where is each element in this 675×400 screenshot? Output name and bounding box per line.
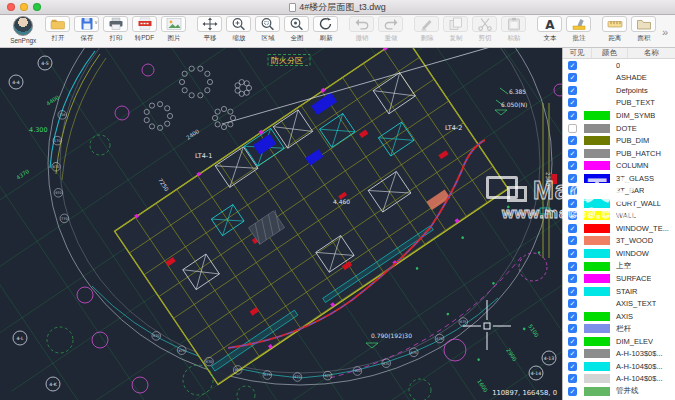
toolbar-refresh-button[interactable]: 刷新: [311, 16, 340, 42]
user-account[interactable]: SenPngx: [3, 16, 43, 45]
region-icon[interactable]: [255, 16, 280, 32]
toolbar-text-button[interactable]: A文本: [535, 16, 564, 42]
toolbar-print-button[interactable]: 打印: [101, 16, 130, 42]
layer-row[interactable]: ✓WALL: [563, 210, 675, 223]
layer-row[interactable]: ✓AXIS_TEXT: [563, 297, 675, 310]
layer-visibility-checkbox[interactable]: ✓: [568, 236, 577, 245]
layer-row[interactable]: ✓SURFACE: [563, 272, 675, 285]
toolbar-copy-label: 复制: [449, 33, 462, 41]
layer-row[interactable]: ✓管井线: [563, 385, 675, 398]
toolbar-area-label: 面积: [637, 33, 650, 41]
image-icon[interactable]: [161, 16, 186, 32]
layer-visibility-checkbox[interactable]: ✓: [568, 374, 577, 383]
text-icon[interactable]: A: [537, 16, 562, 32]
layer-row[interactable]: ✓DIM_SYMB: [563, 109, 675, 122]
layer-row[interactable]: ✓A-H-104$0$...: [563, 360, 675, 373]
layer-visibility-checkbox[interactable]: ✓: [568, 98, 577, 107]
toolbar-pan-button[interactable]: 平移: [195, 16, 224, 42]
layer-visibility-checkbox[interactable]: ✓: [568, 199, 577, 208]
layer-row[interactable]: ✓0: [563, 59, 675, 72]
toolbar-open-button[interactable]: 打开: [43, 16, 72, 42]
annotate-icon[interactable]: [566, 16, 591, 32]
layer-row[interactable]: ✓3T_BAR: [563, 184, 675, 197]
refresh-icon[interactable]: [313, 16, 338, 32]
layer-name: A-H-103$0$...: [616, 349, 663, 358]
layer-row[interactable]: ✓上空: [563, 260, 675, 273]
drawing-canvas[interactable]: 6756706756709006756706759006706756707709…: [0, 48, 562, 400]
layer-visibility-checkbox[interactable]: ✓: [568, 387, 577, 396]
user-avatar[interactable]: [13, 16, 33, 36]
layer-row[interactable]: ✓PUB_TEXT: [563, 97, 675, 110]
area-icon[interactable]: [631, 16, 656, 32]
toolbar-save-button[interactable]: ∨保存: [72, 16, 101, 42]
close-button[interactable]: [7, 3, 15, 11]
toolbar-distance-button[interactable]: 距离: [600, 16, 629, 42]
layer-visibility-checkbox[interactable]: ✓: [568, 186, 577, 195]
layer-row[interactable]: ✓PUB_HATCH: [563, 147, 675, 160]
layer-row[interactable]: ✓DIM_ELEV: [563, 335, 675, 348]
layer-visibility-checkbox[interactable]: ✓: [568, 161, 577, 170]
toolbar-overflow-chevron[interactable]: »: [658, 26, 672, 38]
toolbar-pdf-button[interactable]: 转PDF: [130, 16, 159, 42]
layer-visibility-checkbox[interactable]: ✓: [568, 287, 577, 296]
layer-row[interactable]: ✓ASHADE: [563, 72, 675, 85]
toolbar-image-label: 图片: [167, 33, 180, 41]
layer-row[interactable]: ✓A-H-103$0$...: [563, 348, 675, 361]
layer-visibility-checkbox[interactable]: ✓: [568, 312, 577, 321]
layer-visibility-checkbox[interactable]: ✓: [568, 174, 577, 183]
layer-row[interactable]: ✓PUB_DIM: [563, 134, 675, 147]
layer-row[interactable]: ✓WINDOW_TE...: [563, 222, 675, 235]
layer-visibility-checkbox[interactable]: [568, 124, 577, 133]
layer-row[interactable]: ✓栏杆: [563, 322, 675, 335]
layer-row[interactable]: ✓COLUMN: [563, 159, 675, 172]
layer-row[interactable]: ✓3T_GLASS: [563, 172, 675, 185]
toolbar-annotate-button[interactable]: 批注: [564, 16, 593, 42]
layer-visibility-checkbox[interactable]: ✓: [568, 136, 577, 145]
pan-icon[interactable]: [197, 16, 222, 32]
layer-visibility-checkbox[interactable]: ✓: [568, 337, 577, 346]
layer-row[interactable]: ✓AXIS: [563, 310, 675, 323]
layer-visibility-checkbox[interactable]: ✓: [568, 211, 577, 220]
print-icon[interactable]: [103, 16, 128, 32]
layer-row[interactable]: ✓STAIR: [563, 285, 675, 298]
layer-row[interactable]: ✓A-H-104$0$...: [563, 373, 675, 386]
layer-color-swatch: [584, 98, 610, 107]
layer-visibility-checkbox[interactable]: ✓: [568, 73, 577, 82]
paste-icon: [501, 16, 526, 32]
layer-visibility-checkbox[interactable]: ✓: [568, 149, 577, 158]
layer-visibility-checkbox[interactable]: ✓: [568, 262, 577, 271]
layer-row[interactable]: ✓CURT_WALL: [563, 197, 675, 210]
save-icon[interactable]: ∨: [74, 16, 99, 32]
toolbar-area-button[interactable]: 面积: [629, 16, 658, 42]
layer-row[interactable]: ✓3T_WOOD: [563, 235, 675, 248]
layer-row[interactable]: ✓Defpoints: [563, 84, 675, 97]
layer-color-swatch: [584, 299, 610, 308]
layer-visibility-checkbox[interactable]: ✓: [568, 349, 577, 358]
layer-color-swatch: [584, 374, 610, 383]
minimize-button[interactable]: [20, 3, 28, 11]
layer-visibility-checkbox[interactable]: ✓: [568, 362, 577, 371]
toolbar-full-button[interactable]: 全图: [282, 16, 311, 42]
layer-visibility-checkbox[interactable]: ✓: [568, 324, 577, 333]
pdf-icon[interactable]: [132, 16, 157, 32]
full-icon[interactable]: [284, 16, 309, 32]
toolbar-image-button[interactable]: 图片: [159, 16, 188, 42]
layer-visibility-checkbox[interactable]: ✓: [568, 86, 577, 95]
layer-row[interactable]: DOTE: [563, 122, 675, 135]
layer-name: DIM_SYMB: [616, 111, 655, 120]
open-icon[interactable]: [45, 16, 70, 32]
layer-visibility-checkbox[interactable]: ✓: [568, 61, 577, 70]
toolbar-text-label: 文本: [543, 33, 556, 41]
zoom-icon[interactable]: [226, 16, 251, 32]
layer-name: SURFACE: [616, 274, 651, 283]
layer-visibility-checkbox[interactable]: ✓: [568, 274, 577, 283]
distance-icon[interactable]: [602, 16, 627, 32]
layer-row[interactable]: ✓WINDOW: [563, 247, 675, 260]
layer-visibility-checkbox[interactable]: ✓: [568, 111, 577, 120]
maximize-button[interactable]: [33, 3, 41, 11]
toolbar-zoom-button[interactable]: 缩放: [224, 16, 253, 42]
layer-visibility-checkbox[interactable]: ✓: [568, 224, 577, 233]
layer-visibility-checkbox[interactable]: ✓: [568, 249, 577, 258]
layer-visibility-checkbox[interactable]: ✓: [568, 299, 577, 308]
toolbar-region-button[interactable]: 区域: [253, 16, 282, 42]
